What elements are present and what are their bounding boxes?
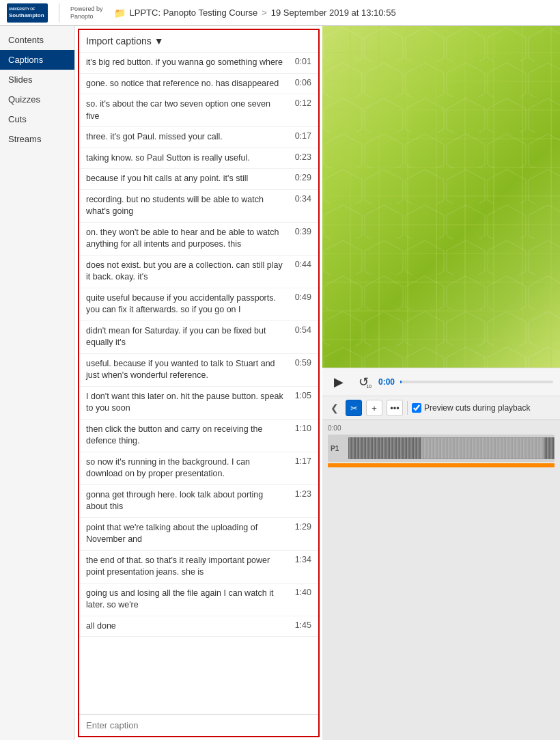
caption-row[interactable]: I don't want this later on. hit the paus… xyxy=(79,387,318,420)
caption-time: 0:49 xyxy=(291,292,311,302)
caption-text: I don't want this later on. hit the paus… xyxy=(86,391,291,415)
caption-row[interactable]: taking know. so Paul Sutton is really us… xyxy=(79,148,318,169)
sidebar-item-slides[interactable]: Slides xyxy=(0,70,74,90)
timeline-track-label: P1 xyxy=(331,445,339,452)
right-panel: ▶ ↺ 10 0:00 ❮ ✂ + xyxy=(322,26,560,740)
timeline-orange-bar xyxy=(328,463,555,467)
caption-text: gone. so notice that reference no. has d… xyxy=(86,78,291,90)
caption-text: so. it's about the car two seven option … xyxy=(86,98,291,122)
toolbar-nav-left[interactable]: ❮ xyxy=(328,400,341,416)
caption-row[interactable]: it's big red button. if you wanna go som… xyxy=(79,53,318,74)
sidebar-item-cuts[interactable]: Cuts xyxy=(0,109,74,129)
svg-text:Southampton: Southampton xyxy=(9,12,44,18)
time-display: 0:00 xyxy=(378,377,395,387)
caption-time: 1:17 xyxy=(291,456,311,466)
sidebar-item-streams[interactable]: Streams xyxy=(0,129,74,149)
caption-row[interactable]: because if you hit calls at any point. i… xyxy=(79,169,318,190)
preview-checkbox[interactable] xyxy=(412,403,421,413)
timeline-track[interactable]: P1 xyxy=(328,435,555,462)
caption-row[interactable]: gone. so notice that reference no. has d… xyxy=(79,74,318,95)
editor-toolbar: ❮ ✂ + ••• Preview cuts during playback xyxy=(322,396,560,420)
preview-checkbox-area[interactable]: Preview cuts during playback xyxy=(412,403,530,413)
caption-text: quite useful because if you accidentally… xyxy=(86,292,291,316)
breadcrumb-arrow: > xyxy=(262,8,267,18)
play-button[interactable]: ▶ xyxy=(329,372,348,392)
caption-time: 0:01 xyxy=(291,57,311,66)
caption-time: 0:29 xyxy=(291,173,311,182)
caption-row[interactable]: point that we're talking about the uploa… xyxy=(79,518,318,551)
captions-list: it's big red button. if you wanna go som… xyxy=(79,53,318,714)
caption-time: 1:23 xyxy=(291,489,311,499)
sidebar-item-contents[interactable]: Contents xyxy=(0,30,74,50)
folder-icon: 📁 xyxy=(114,8,126,18)
progress-bar[interactable] xyxy=(400,381,553,383)
sidebar-item-captions[interactable]: Captions xyxy=(0,50,74,70)
caption-text: point that we're talking about the uploa… xyxy=(86,522,291,546)
captions-dropdown-icon[interactable]: ▼ xyxy=(154,36,164,46)
caption-time: 0:17 xyxy=(291,131,311,141)
caption-row[interactable]: going us and losing all the file again I… xyxy=(79,584,318,616)
breadcrumb: 📁 LPPTC: Panopto Testing Course > 19 Sep… xyxy=(114,8,396,18)
university-logo: UNIVERSITY OF Southampton xyxy=(7,3,48,23)
scissors-button[interactable]: ✂ xyxy=(346,400,362,416)
caption-row[interactable]: useful. because if you wanted to talk to… xyxy=(79,354,318,387)
logo-area: UNIVERSITY OF Southampton Powered byPano… xyxy=(7,3,103,23)
caption-text: recording. but no students will be able … xyxy=(86,194,291,218)
import-captions-label: Import captions xyxy=(86,36,152,46)
powered-by-label: Powered byPanopto xyxy=(70,5,103,20)
add-button[interactable]: + xyxy=(366,400,382,416)
caption-text: does not exist. but you are a collection… xyxy=(86,260,291,284)
playback-controls: ▶ ↺ 10 0:00 xyxy=(322,368,560,396)
caption-row[interactable]: the end of that. so that's it really imp… xyxy=(79,551,318,584)
more-options-button[interactable]: ••• xyxy=(387,400,403,416)
caption-input[interactable] xyxy=(86,720,311,730)
replay-button[interactable]: ↺ 10 xyxy=(354,372,373,392)
caption-row[interactable]: didn't mean for Saturday. if you can be … xyxy=(79,321,318,354)
caption-time: 0:34 xyxy=(291,194,311,204)
breadcrumb-date: 19 September 2019 at 13:10:55 xyxy=(271,8,396,18)
caption-time: 0:39 xyxy=(291,227,311,236)
caption-input-area xyxy=(79,714,318,736)
video-area xyxy=(322,26,560,368)
caption-text: so now it's running in the background. I… xyxy=(86,456,291,480)
caption-time: 0:06 xyxy=(291,78,311,87)
caption-row[interactable]: quite useful because if you accidentally… xyxy=(79,288,318,321)
sidebar-item-quizzes[interactable]: Quizzes xyxy=(0,90,74,109)
caption-text: then click the button and carry on recei… xyxy=(86,424,291,448)
caption-time: 1:10 xyxy=(291,424,311,433)
caption-row[interactable]: does not exist. but you are a collection… xyxy=(79,256,318,288)
caption-row[interactable]: recording. but no students will be able … xyxy=(79,190,318,223)
cut-region xyxy=(421,437,544,459)
caption-time: 1:05 xyxy=(291,391,311,400)
caption-text: because if you hit calls at any point. i… xyxy=(86,173,291,185)
timeline-ruler: 0:00 xyxy=(322,423,560,433)
caption-row[interactable]: then click the button and carry on recei… xyxy=(79,420,318,452)
caption-row[interactable]: so now it's running in the background. I… xyxy=(79,452,318,485)
caption-time: 0:44 xyxy=(291,260,311,269)
waveform xyxy=(348,437,555,459)
controls-area: ▶ ↺ 10 0:00 ❮ ✂ + xyxy=(322,368,560,420)
logo-divider xyxy=(59,3,59,23)
caption-text: didn't mean for Saturday. if you can be … xyxy=(86,325,291,349)
caption-text: going us and losing all the file again I… xyxy=(86,588,291,612)
caption-time: 0:54 xyxy=(291,325,311,335)
caption-row[interactable]: on. they won't be able to hear and be ab… xyxy=(79,223,318,256)
captions-panel: Import captions ▼ it's big red button. i… xyxy=(78,29,320,737)
caption-text: it's big red button. if you wanna go som… xyxy=(86,57,291,69)
caption-row[interactable]: three. it's got Paul. missed your call. … xyxy=(79,127,318,148)
caption-row[interactable]: so. it's about the car two seven option … xyxy=(79,94,318,127)
main-layout: Contents Captions Slides Quizzes Cuts St… xyxy=(0,26,560,740)
breadcrumb-title: LPPTC: Panopto Testing Course xyxy=(130,8,258,18)
caption-text: useful. because if you wanted to talk to… xyxy=(86,358,291,382)
caption-time: 1:34 xyxy=(291,555,311,564)
sidebar: Contents Captions Slides Quizzes Cuts St… xyxy=(0,26,75,740)
svg-rect-4 xyxy=(322,26,560,368)
caption-time: 1:45 xyxy=(291,620,311,630)
caption-row[interactable]: gonna get through here. look talk about … xyxy=(79,485,318,518)
caption-text: all done xyxy=(86,620,291,633)
caption-row[interactable]: all done 1:45 xyxy=(79,616,318,638)
caption-time: 1:40 xyxy=(291,588,311,597)
caption-text: three. it's got Paul. missed your call. xyxy=(86,131,291,143)
caption-text: gonna get through here. look talk about … xyxy=(86,489,291,513)
content-area: Import captions ▼ it's big red button. i… xyxy=(75,26,322,740)
